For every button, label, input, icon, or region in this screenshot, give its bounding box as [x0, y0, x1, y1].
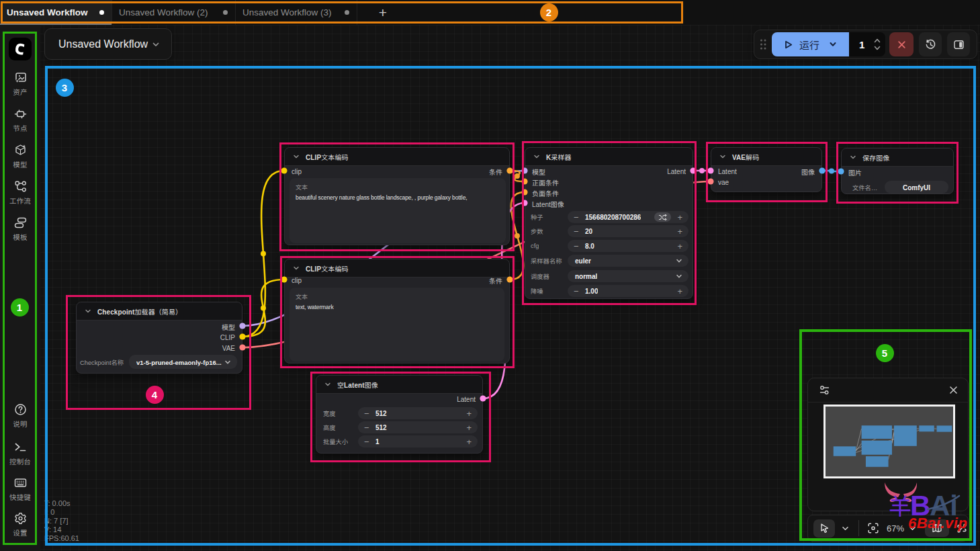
canvas-stat-line: N: 7 [7]	[44, 517, 79, 525]
number-widget[interactable]: −+512	[358, 407, 478, 419]
combo-widget[interactable]: v1-5-pruned-emaonly-fp16...	[129, 355, 237, 369]
combo-widget[interactable]: normal	[568, 270, 688, 282]
increment-button[interactable]: +	[677, 213, 682, 222]
history-icon	[925, 39, 936, 50]
decrement-button[interactable]: −	[364, 437, 369, 446]
batch-count-input[interactable]: 1	[849, 32, 885, 56]
node-save-image[interactable]: 保存图像图片文件名前缀ComfyUI	[841, 148, 954, 194]
workflow-tab-label: Unsaved Workflow (3)	[242, 7, 351, 17]
workflow-tab-bar: Unsaved WorkflowUnsaved Workflow (2)Unsa…	[0, 0, 980, 25]
number-widget[interactable]: −+1	[358, 435, 478, 448]
models-icon	[13, 143, 28, 157]
node-collapse-icon[interactable]	[84, 307, 92, 315]
sidebar-item-说明[interactable]: 说明	[0, 402, 40, 429]
prompt-textarea[interactable]: 文本text, watermark	[289, 288, 504, 362]
decrement-button[interactable]: −	[574, 213, 579, 222]
number-widget[interactable]: −+156680208700286	[568, 211, 688, 223]
node-collapse-icon[interactable]	[849, 153, 857, 161]
zoom-level[interactable]: 67%	[887, 523, 904, 534]
text-widget[interactable]: ComfyUI	[885, 181, 948, 194]
sidebar-item-设置[interactable]: 设置	[0, 511, 40, 538]
node-title: Checkpoint加载器（简易）	[77, 302, 242, 321]
node-collapse-icon[interactable]	[533, 153, 541, 161]
minimap-viewport[interactable]	[823, 405, 955, 478]
decrement-button[interactable]: −	[574, 242, 579, 251]
new-workflow-tab-button[interactable]: +	[369, 0, 396, 25]
minimap-node	[866, 456, 889, 467]
node-ksampler[interactable]: K采样器模型正面条件负面条件Latent图像Latent种子−+15668020…	[525, 147, 693, 299]
node-empty-latent[interactable]: 空Latent图像Latent宽度−+512高度−+512批量大小−+1	[316, 375, 483, 454]
toolbar-drag-handle[interactable]	[754, 38, 772, 50]
run-button[interactable]: 运行	[772, 32, 849, 56]
node-collapse-icon[interactable]	[324, 380, 332, 388]
sidebar-item-模板[interactable]: 模板	[0, 216, 40, 242]
run-button-label: 运行	[799, 38, 819, 52]
sidebar-item-label: 资产	[0, 87, 40, 97]
node-title: VAE解码	[711, 148, 821, 166]
sidebar-item-节点[interactable]: 节点	[0, 107, 40, 133]
canvas-stat-line: T: 0.00s	[44, 499, 79, 508]
widget-label: 步数	[531, 226, 543, 236]
node-vae-decode[interactable]: VAE解码Latentvae图像	[711, 147, 822, 192]
select-tool-button[interactable]	[813, 519, 835, 538]
cursor-icon	[819, 523, 830, 534]
cancel-run-button[interactable]	[889, 32, 914, 56]
tool-chevron-icon[interactable]	[841, 524, 850, 533]
minimap-toggle-button[interactable]	[925, 519, 949, 537]
toolbar-divider	[858, 520, 859, 536]
increment-button[interactable]: +	[466, 423, 472, 432]
node-clip-encode-negative[interactable]: CLIP文本编码clip条件文本text, watermark	[284, 259, 510, 364]
link-midpoint-dot	[261, 251, 266, 257]
comfyui-logo[interactable]	[9, 38, 32, 60]
minimap-settings-icon[interactable]	[818, 384, 831, 396]
node-collapse-icon[interactable]	[719, 153, 727, 161]
workflow-tab[interactable]: Unsaved Workflow	[0, 0, 112, 25]
sidebar-item-工作流[interactable]: 工作流	[0, 179, 40, 206]
zoom-chevron-icon[interactable]	[908, 524, 917, 533]
widget-value: v1-5-pruned-emaonly-fp16...	[136, 358, 222, 366]
sidebar-item-模型[interactable]: 模型	[0, 143, 40, 169]
link-midpoint-dot	[515, 233, 520, 239]
fit-view-icon[interactable]	[867, 522, 879, 534]
sidebar-item-快捷键[interactable]: 快捷键	[0, 476, 40, 502]
comfyui-logo-icon	[13, 42, 28, 56]
node-collapse-icon[interactable]	[292, 264, 300, 272]
node-collapse-icon[interactable]	[292, 153, 300, 161]
minimap-close-icon[interactable]	[948, 385, 959, 395]
run-toolbar: 运行 1	[754, 30, 977, 59]
randomize-seed-button[interactable]	[654, 212, 671, 222]
output-port-label: CLIP	[220, 334, 235, 341]
node-checkpoint-loader[interactable]: Checkpoint加载器（简易）模型CLIPVAECheckpoint名称v1…	[76, 302, 242, 374]
sidebar-item-资产[interactable]: 资产	[0, 71, 40, 97]
decrement-button[interactable]: −	[364, 423, 369, 432]
workflow-tab[interactable]: Unsaved Workflow (3)	[236, 0, 357, 25]
combo-widget[interactable]: euler	[568, 255, 688, 267]
workflow-tab[interactable]: Unsaved Workflow (2)	[112, 0, 236, 25]
increment-button[interactable]: +	[466, 409, 472, 418]
widget-label: 种子	[531, 212, 543, 222]
toggle-links-icon[interactable]	[956, 522, 968, 534]
panel-toggle-button[interactable]	[947, 32, 970, 56]
history-button[interactable]	[919, 32, 942, 56]
widget-label: 文件名前缀	[852, 183, 881, 192]
widget-value: normal	[575, 273, 597, 280]
node-clip-encode-positive[interactable]: CLIP文本编码clip条件文本beautiful scenery nature…	[284, 147, 510, 245]
increment-button[interactable]: +	[466, 437, 472, 446]
increment-button[interactable]: +	[677, 227, 682, 236]
sidebar-item-label: 快捷键	[0, 492, 40, 502]
workflow-selector[interactable]: Unsaved Workflow	[44, 28, 172, 60]
decrement-button[interactable]: −	[364, 409, 369, 418]
decrement-button[interactable]: −	[574, 287, 579, 296]
number-widget[interactable]: −+1.00	[568, 285, 688, 297]
increment-button[interactable]: +	[677, 287, 682, 296]
decrement-button[interactable]: −	[574, 227, 579, 236]
batch-steppers[interactable]	[874, 32, 881, 56]
sidebar-item-控制台[interactable]: 控制台	[0, 440, 40, 466]
widget-label: 降噪	[531, 286, 543, 296]
widget-label: 调度器	[531, 271, 549, 281]
number-widget[interactable]: −+8.0	[568, 240, 688, 252]
increment-button[interactable]: +	[677, 242, 682, 251]
prompt-textarea[interactable]: 文本beautiful scenery nature glass bottle …	[289, 178, 506, 243]
number-widget[interactable]: −+20	[568, 225, 688, 237]
number-widget[interactable]: −+512	[358, 421, 478, 433]
